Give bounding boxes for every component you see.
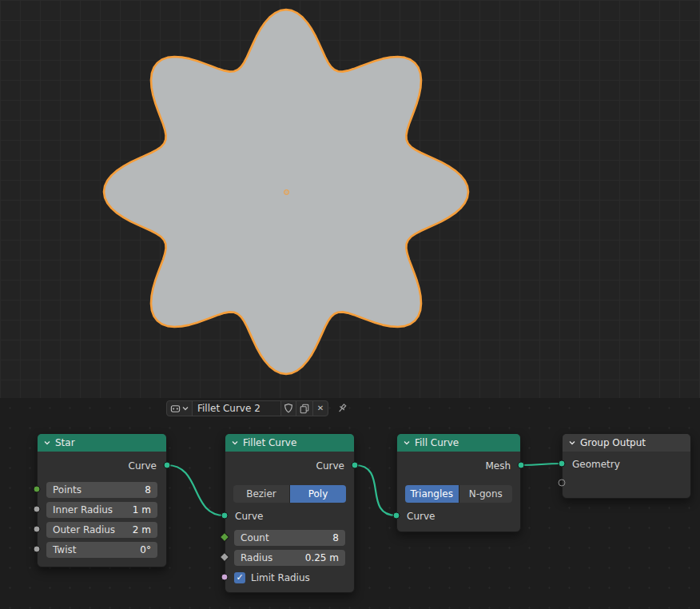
link-fill-to-output [521,464,562,465]
link-fillet-to-fill [355,465,396,515]
mode-triangles-button[interactable]: Triangles [405,485,459,503]
duplicate-pages-icon [299,403,310,414]
collapse-chevron-icon[interactable] [232,440,238,445]
new-copy-button[interactable] [296,400,313,416]
socket-fill-output-mesh[interactable] [518,462,525,469]
points-field[interactable]: Points 8 [46,482,157,498]
node-fillet-curve-header[interactable]: Fillet Curve [225,434,354,452]
empty-input-row [563,474,690,493]
input-curve-label: Curve [225,508,354,525]
object-origin-dot [284,189,289,195]
node-star[interactable]: Star Curve Points 8 Inner Radius 1 m Out… [37,433,167,567]
chevron-down-icon [182,406,189,411]
field-label: Radius [241,552,272,563]
collapse-chevron-icon[interactable] [569,440,575,445]
socket-fill-input-curve[interactable] [393,512,400,519]
field-label: Inner Radius [53,504,113,515]
unlink-button[interactable]: ✕ [312,400,328,416]
output-curve-label: Curve [225,455,354,477]
mode-bezier-button[interactable]: Bezier [233,485,289,503]
outer-radius-field[interactable]: Outer Radius 2 m [46,522,157,538]
fill-mode-toggle: Triangles N-gons [405,485,512,503]
node-group-output-header[interactable]: Group Output [563,434,690,452]
link-star-to-fillet [167,465,225,515]
collapse-chevron-icon[interactable] [404,440,410,445]
pin-button[interactable] [336,402,348,415]
node-title: Fillet Curve [243,437,296,448]
field-value: 8 [145,484,151,496]
node-tree-id-selector: ✕ [166,400,348,416]
node-tree-icon [170,404,181,414]
node-title: Group Output [580,437,646,448]
collapse-chevron-icon[interactable] [44,440,50,445]
field-value: 1 m [133,504,151,515]
field-label: Points [53,484,82,496]
node-fillet-curve[interactable]: Fillet Curve Curve Bezier Poly Curve Cou… [225,433,355,593]
checkbox-label: Limit Radius [251,572,310,583]
socket-fillet-limit-radius[interactable] [221,574,229,581]
close-icon: ✕ [317,404,324,412]
socket-star-outer-radius[interactable] [34,526,41,533]
socket-output-virtual[interactable] [559,480,566,487]
node-title: Star [55,437,75,448]
input-curve-label: Curve [397,508,520,525]
3d-viewport[interactable] [0,0,700,399]
radius-field[interactable]: Radius 0.25 m [234,550,345,566]
field-label: Count [241,532,269,543]
socket-star-twist[interactable] [34,546,41,553]
twist-field[interactable]: Twist 0° [46,542,157,558]
output-mesh-label: Mesh [397,455,520,477]
shield-icon [283,403,294,414]
socket-star-points[interactable] [34,486,41,493]
node-fill-curve[interactable]: Fill Curve Mesh Triangles N-gons Curve [396,433,521,532]
field-value: 8 [332,532,339,543]
field-value: 0° [140,544,151,555]
node-title: Fill Curve [415,437,459,448]
limit-radius-checkbox[interactable]: ✓ [234,572,245,583]
field-label: Twist [53,544,76,555]
inner-radius-field[interactable]: Inner Radius 1 m [46,502,157,518]
socket-output-geometry[interactable] [559,460,566,468]
node-tree-name-input[interactable] [192,400,281,416]
socket-star-inner-radius[interactable] [34,506,41,513]
mode-ngons-button[interactable]: N-gons [459,485,513,503]
node-fill-curve-header[interactable]: Fill Curve [397,434,520,452]
count-field[interactable]: Count 8 [234,530,345,546]
input-geometry-label: Geometry [563,455,690,474]
socket-star-output-curve[interactable] [164,462,171,469]
mode-poly-button[interactable]: Poly [289,485,346,503]
geometry-node-editor[interactable]: ✕ Star Curve Points 8 Inner Radius [0,398,700,609]
node-group-output[interactable]: Group Output Geometry [562,433,691,499]
field-value: 2 m [133,524,151,535]
checkmark-icon: ✓ [236,572,243,583]
viewport-canvas [0,0,700,398]
pin-icon [336,402,348,415]
browse-node-tree-button[interactable] [166,400,193,416]
limit-radius-row: ✓ Limit Radius [234,570,345,586]
field-label: Outer Radius [53,524,115,535]
node-star-header[interactable]: Star [38,434,166,452]
fillet-mode-toggle: Bezier Poly [233,485,346,503]
fake-user-shield-button[interactable] [280,400,296,416]
output-curve-label: Curve [38,455,166,477]
field-value: 0.25 m [305,552,339,563]
socket-fillet-output-curve[interactable] [352,462,359,469]
socket-fillet-input-curve[interactable] [221,512,229,519]
